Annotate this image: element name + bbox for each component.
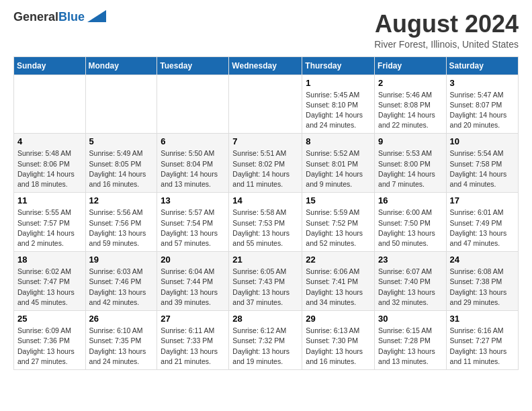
day-number: 18: [17, 255, 82, 265]
day-number: 27: [161, 314, 225, 324]
header: GeneralBlue August 2024 River Forest, Il…: [13, 11, 519, 50]
day-info: Sunrise: 6:11 AMSunset: 7:33 PMDaylight:…: [161, 326, 225, 367]
day-number: 28: [232, 314, 298, 324]
day-number: 7: [232, 136, 298, 146]
day-cell: 9Sunrise: 5:53 AMSunset: 8:00 PMDaylight…: [375, 134, 447, 193]
day-info: Sunrise: 5:58 AMSunset: 7:53 PMDaylight:…: [232, 208, 298, 248]
day-info: Sunrise: 5:46 AMSunset: 8:08 PMDaylight:…: [378, 90, 443, 131]
day-cell: 11Sunrise: 5:55 AMSunset: 7:57 PMDayligh…: [14, 193, 86, 252]
day-number: 23: [378, 255, 443, 265]
day-cell: 27Sunrise: 6:11 AMSunset: 7:33 PMDayligh…: [157, 311, 229, 370]
day-cell: [157, 75, 229, 134]
day-number: 4: [17, 136, 82, 146]
day-cell: 4Sunrise: 5:48 AMSunset: 8:06 PMDaylight…: [14, 134, 86, 193]
day-cell: [14, 75, 86, 134]
day-info: Sunrise: 5:45 AMSunset: 8:10 PMDaylight:…: [306, 90, 371, 131]
day-info: Sunrise: 6:08 AMSunset: 7:38 PMDaylight:…: [450, 267, 515, 308]
day-info: Sunrise: 6:01 AMSunset: 7:49 PMDaylight:…: [450, 208, 515, 248]
svg-marker-0: [87, 10, 106, 22]
day-cell: [229, 75, 302, 134]
day-cell: 31Sunrise: 6:16 AMSunset: 7:27 PMDayligh…: [446, 311, 518, 370]
day-number: 11: [17, 195, 82, 205]
day-cell: 13Sunrise: 5:57 AMSunset: 7:54 PMDayligh…: [157, 193, 229, 252]
day-number: 25: [17, 314, 82, 324]
day-number: 29: [306, 314, 371, 324]
day-number: 16: [378, 195, 443, 205]
day-cell: 10Sunrise: 5:54 AMSunset: 7:58 PMDayligh…: [446, 134, 518, 193]
day-number: 12: [89, 195, 154, 205]
day-number: 15: [306, 195, 371, 205]
day-info: Sunrise: 6:10 AMSunset: 7:35 PMDaylight:…: [89, 326, 154, 367]
day-number: 22: [306, 255, 371, 265]
day-cell: 1Sunrise: 5:45 AMSunset: 8:10 PMDaylight…: [302, 75, 375, 134]
day-cell: 5Sunrise: 5:49 AMSunset: 8:05 PMDaylight…: [85, 134, 157, 193]
day-info: Sunrise: 6:15 AMSunset: 7:28 PMDaylight:…: [378, 326, 443, 367]
day-cell: 18Sunrise: 6:02 AMSunset: 7:47 PMDayligh…: [14, 252, 86, 311]
day-cell: 21Sunrise: 6:05 AMSunset: 7:43 PMDayligh…: [229, 252, 302, 311]
title-area: August 2024 River Forest, Illinois, Unit…: [374, 11, 519, 50]
week-row-2: 4Sunrise: 5:48 AMSunset: 8:06 PMDaylight…: [14, 134, 519, 193]
day-cell: 17Sunrise: 6:01 AMSunset: 7:49 PMDayligh…: [446, 193, 518, 252]
day-cell: 12Sunrise: 5:56 AMSunset: 7:56 PMDayligh…: [85, 193, 157, 252]
day-number: 9: [378, 136, 443, 146]
day-cell: 29Sunrise: 6:13 AMSunset: 7:30 PMDayligh…: [302, 311, 375, 370]
day-number: 14: [232, 195, 298, 205]
day-number: 31: [450, 314, 515, 324]
week-row-1: 1Sunrise: 5:45 AMSunset: 8:10 PMDaylight…: [14, 75, 519, 134]
day-cell: 20Sunrise: 6:04 AMSunset: 7:44 PMDayligh…: [157, 252, 229, 311]
day-info: Sunrise: 5:53 AMSunset: 8:00 PMDaylight:…: [378, 148, 443, 189]
day-cell: 28Sunrise: 6:12 AMSunset: 7:32 PMDayligh…: [229, 311, 302, 370]
day-info: Sunrise: 5:54 AMSunset: 7:58 PMDaylight:…: [450, 148, 515, 189]
day-info: Sunrise: 5:50 AMSunset: 8:04 PMDaylight:…: [161, 148, 225, 189]
day-info: Sunrise: 5:49 AMSunset: 8:05 PMDaylight:…: [89, 148, 154, 189]
week-row-4: 18Sunrise: 6:02 AMSunset: 7:47 PMDayligh…: [14, 252, 519, 311]
logo-text: GeneralBlue: [13, 11, 85, 24]
day-cell: 16Sunrise: 6:00 AMSunset: 7:50 PMDayligh…: [375, 193, 447, 252]
logo: GeneralBlue: [13, 11, 106, 24]
day-info: Sunrise: 5:52 AMSunset: 8:01 PMDaylight:…: [306, 148, 371, 189]
day-number: 21: [232, 255, 298, 265]
day-number: 13: [161, 195, 225, 205]
day-number: 2: [378, 78, 443, 88]
calendar-table: SundayMondayTuesdayWednesdayThursdayFrid…: [13, 56, 519, 370]
main-title: August 2024: [374, 11, 519, 38]
day-cell: 8Sunrise: 5:52 AMSunset: 8:01 PMDaylight…: [302, 134, 375, 193]
header-cell-tuesday: Tuesday: [157, 56, 229, 75]
day-info: Sunrise: 5:47 AMSunset: 8:07 PMDaylight:…: [450, 90, 515, 131]
header-cell-friday: Friday: [375, 56, 447, 75]
day-cell: 23Sunrise: 6:07 AMSunset: 7:40 PMDayligh…: [375, 252, 447, 311]
day-info: Sunrise: 6:02 AMSunset: 7:47 PMDaylight:…: [17, 267, 82, 308]
day-number: 5: [89, 136, 154, 146]
day-cell: 15Sunrise: 5:59 AMSunset: 7:52 PMDayligh…: [302, 193, 375, 252]
day-info: Sunrise: 6:09 AMSunset: 7:36 PMDaylight:…: [17, 326, 82, 367]
day-info: Sunrise: 6:16 AMSunset: 7:27 PMDaylight:…: [450, 326, 515, 367]
day-cell: 3Sunrise: 5:47 AMSunset: 8:07 PMDaylight…: [446, 75, 518, 134]
day-cell: 14Sunrise: 5:58 AMSunset: 7:53 PMDayligh…: [229, 193, 302, 252]
day-number: 10: [450, 136, 515, 146]
day-cell: 7Sunrise: 5:51 AMSunset: 8:02 PMDaylight…: [229, 134, 302, 193]
day-number: 26: [89, 314, 154, 324]
day-cell: 25Sunrise: 6:09 AMSunset: 7:36 PMDayligh…: [14, 311, 86, 370]
day-number: 17: [450, 195, 515, 205]
day-number: 20: [161, 255, 225, 265]
day-number: 8: [306, 136, 371, 146]
logo-icon: [87, 10, 106, 22]
day-number: 30: [378, 314, 443, 324]
header-cell-thursday: Thursday: [302, 56, 375, 75]
day-number: 1: [306, 78, 371, 88]
day-info: Sunrise: 6:13 AMSunset: 7:30 PMDaylight:…: [306, 326, 371, 367]
day-number: 19: [89, 255, 154, 265]
day-info: Sunrise: 5:51 AMSunset: 8:02 PMDaylight:…: [232, 148, 298, 189]
day-info: Sunrise: 5:57 AMSunset: 7:54 PMDaylight:…: [161, 208, 225, 248]
day-info: Sunrise: 6:04 AMSunset: 7:44 PMDaylight:…: [161, 267, 225, 308]
day-info: Sunrise: 6:07 AMSunset: 7:40 PMDaylight:…: [378, 267, 443, 308]
day-cell: 24Sunrise: 6:08 AMSunset: 7:38 PMDayligh…: [446, 252, 518, 311]
week-row-3: 11Sunrise: 5:55 AMSunset: 7:57 PMDayligh…: [14, 193, 519, 252]
header-row: SundayMondayTuesdayWednesdayThursdayFrid…: [14, 56, 519, 75]
day-info: Sunrise: 6:03 AMSunset: 7:46 PMDaylight:…: [89, 267, 154, 308]
day-number: 6: [161, 136, 225, 146]
day-info: Sunrise: 5:56 AMSunset: 7:56 PMDaylight:…: [89, 208, 154, 248]
header-cell-monday: Monday: [85, 56, 157, 75]
day-cell: 2Sunrise: 5:46 AMSunset: 8:08 PMDaylight…: [375, 75, 447, 134]
day-cell: 6Sunrise: 5:50 AMSunset: 8:04 PMDaylight…: [157, 134, 229, 193]
